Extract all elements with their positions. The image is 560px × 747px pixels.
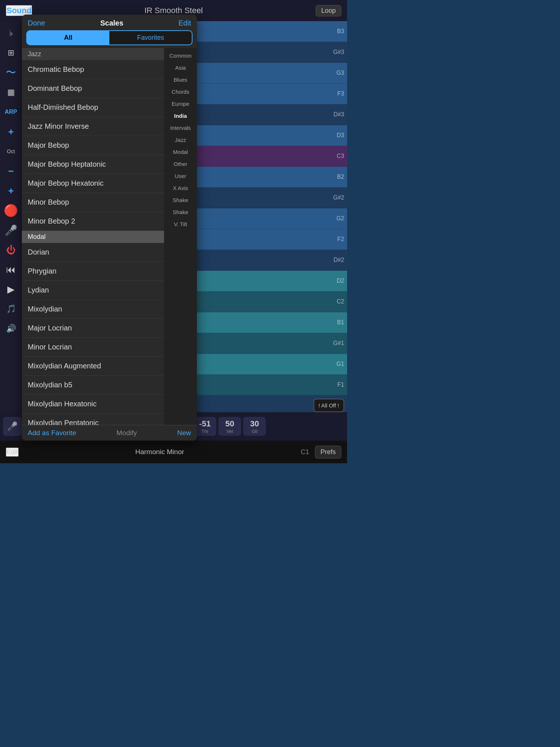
prefs-button[interactable]: Prefs <box>315 446 341 458</box>
scale-item[interactable]: Half-Dimiished Bebop <box>22 98 164 117</box>
scale-list: Jazz Chromatic Bebop Dominant Bebop Half… <box>22 48 164 425</box>
grid-icon-button[interactable]: ⊞ <box>2 44 20 62</box>
thr-button[interactable]: -51 Thr <box>194 417 216 436</box>
scale-item[interactable]: Mixolydian b5 <box>22 376 164 395</box>
vbot-right: C1 Prefs <box>301 446 341 458</box>
gli-button[interactable]: 30 Gli <box>243 417 266 436</box>
oct-minus-button[interactable]: − <box>2 162 20 180</box>
scale-item[interactable]: Chromatic Bebop <box>22 60 164 79</box>
category-common[interactable]: Common <box>164 50 197 62</box>
scale-item[interactable]: Jazz Minor Inverse <box>22 117 164 136</box>
category-other[interactable]: Other <box>164 158 197 170</box>
category-blues[interactable]: Blues <box>164 74 197 86</box>
edit-button[interactable]: Edit <box>179 19 191 27</box>
modal-section-header: Modal <box>22 231 164 243</box>
very-bottom-bar: Edit Harmonic Minor C1 Prefs <box>0 441 347 463</box>
wave-button[interactable]: 〜 <box>2 63 20 82</box>
loop-button[interactable]: Loop <box>316 5 341 16</box>
scale-item[interactable]: Dominant Bebop <box>22 79 164 98</box>
new-scale-button[interactable]: New <box>177 429 191 437</box>
scale-item[interactable]: Phrygian <box>22 262 164 281</box>
category-modal[interactable]: Modal <box>164 146 197 158</box>
oct-label: Oct <box>2 142 20 160</box>
scale-item[interactable]: Major Bebop Hexatonic <box>22 174 164 193</box>
play-button[interactable]: ▶ <box>2 280 20 298</box>
record-button[interactable]: 🔴 <box>2 201 20 220</box>
category-list: Common Asia Blues Chords Europe India In… <box>164 48 197 425</box>
filter-tabs: All Favorites <box>26 30 192 45</box>
category-asia[interactable]: Asia <box>164 62 197 74</box>
root-note-display: C1 <box>301 448 309 456</box>
category-europe[interactable]: Europe <box>164 98 197 110</box>
favorites-tab[interactable]: Favorites <box>109 31 192 44</box>
category-shake1[interactable]: Shake <box>164 194 197 206</box>
scale-item[interactable]: Major Locrian <box>22 319 164 338</box>
jazz-section-header: Jazz <box>22 48 164 60</box>
tune-button[interactable]: 🎵 <box>2 300 20 318</box>
scale-item[interactable]: Mixolydian Pentatonic <box>22 414 164 425</box>
scale-name-display: Harmonic Minor <box>135 448 184 456</box>
instrument-title: IR Smooth Steel <box>144 6 203 15</box>
category-user[interactable]: User <box>164 170 197 182</box>
all-tab[interactable]: All <box>27 31 109 44</box>
done-button[interactable]: Done <box>28 19 45 27</box>
popup-footer: Add as Favorite Modify New <box>22 425 197 441</box>
vel-button[interactable]: 50 Vel <box>218 417 241 436</box>
scale-item[interactable]: Mixolydian <box>22 300 164 319</box>
category-intervals[interactable]: Intervals <box>164 122 197 134</box>
category-shake2[interactable]: Shake <box>164 206 197 218</box>
scale-list-container: Jazz Chromatic Bebop Dominant Bebop Half… <box>22 48 197 425</box>
scale-item[interactable]: Lydian <box>22 281 164 300</box>
mic-icon-button[interactable]: 🎤 <box>3 417 22 436</box>
add-favorite-button[interactable]: Add as Favorite <box>28 429 76 437</box>
scale-item[interactable]: Minor Locrian <box>22 338 164 357</box>
flat-button[interactable]: ♭ <box>2 24 20 42</box>
span-plus2-button[interactable]: + <box>2 182 20 200</box>
edit-button-bottom[interactable]: Edit <box>6 448 19 457</box>
arp-button[interactable]: ARP <box>2 103 20 121</box>
scale-item[interactable]: Mixolydian Augmented <box>22 357 164 376</box>
layout-button[interactable]: ▦ <box>2 83 20 101</box>
scale-item[interactable]: Major Bebop Heptatonic <box>22 155 164 174</box>
mic-button[interactable]: 🎤 <box>2 221 20 239</box>
modify-button[interactable]: Modify <box>117 429 137 437</box>
scale-item[interactable]: Dorian <box>22 243 164 262</box>
scales-popup: Done Scales Edit All Favorites Jazz Chro… <box>22 15 197 441</box>
rewind-button[interactable]: ⏮ <box>2 260 20 279</box>
category-chords[interactable]: Chords <box>164 86 197 98</box>
category-jazz[interactable]: Jazz <box>164 134 197 146</box>
scale-item[interactable]: Minor Bebop <box>22 193 164 212</box>
popup-title: Scales <box>100 19 123 27</box>
scale-item[interactable]: Mixolydian Hexatonic <box>22 395 164 414</box>
power-button[interactable]: ⏻ <box>2 241 20 259</box>
popup-header: Done Scales Edit <box>22 15 197 30</box>
speaker-button[interactable]: 🔊 <box>2 320 20 338</box>
left-sidebar: ♭ ⊞ 〜 ▦ ARP + Oct − + 🔴 🎤 ⏻ ⏮ ▶ 🎵 🔊 <box>0 21 22 441</box>
category-india[interactable]: India <box>164 110 197 122</box>
span-plus-button[interactable]: + <box>2 123 20 141</box>
category-xaxis[interactable]: X Axis <box>164 182 197 194</box>
all-off-button[interactable]: ! All Off ! <box>314 399 344 412</box>
scale-item[interactable]: Major Bebop <box>22 136 164 155</box>
scale-item[interactable]: Minor Bebop 2 <box>22 212 164 231</box>
category-vtilt[interactable]: V. Tilt <box>164 218 197 230</box>
